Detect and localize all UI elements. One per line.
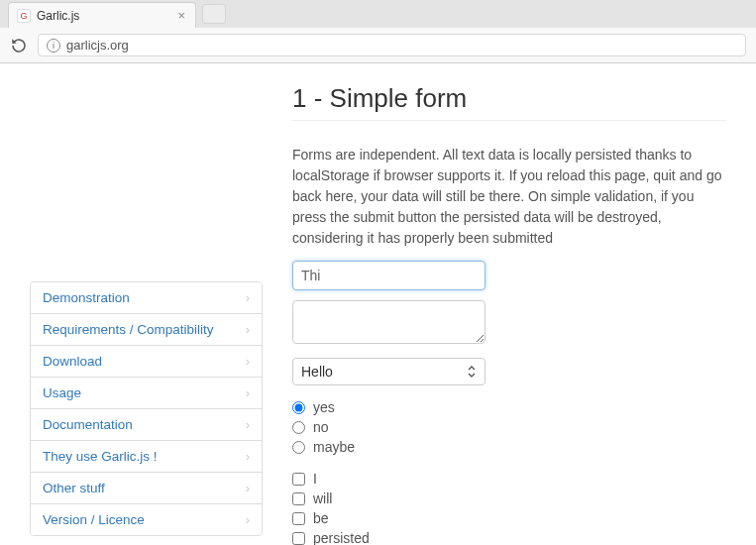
- sidebar-item-version-licence[interactable]: Version / Licence ›: [31, 504, 262, 535]
- sidebar-item-label: Demonstration: [43, 290, 130, 305]
- reload-icon[interactable]: [10, 37, 28, 54]
- sidebar-nav: Demonstration › Requirements / Compatibi…: [30, 281, 263, 536]
- sidebar-item-documentation[interactable]: Documentation ›: [31, 409, 262, 441]
- checkbox-row-i[interactable]: I: [292, 471, 726, 487]
- checkbox-row-will[interactable]: will: [292, 490, 726, 506]
- close-icon[interactable]: ×: [177, 9, 185, 22]
- chevron-right-icon: ›: [246, 417, 250, 432]
- checkbox-label: be: [313, 510, 329, 526]
- checkbox-row-be[interactable]: be: [292, 510, 726, 526]
- tab-bar: G Garlic.js ×: [0, 0, 756, 28]
- sidebar-item-label: Version / Licence: [43, 512, 145, 527]
- checkbox-i[interactable]: [292, 473, 305, 486]
- sidebar-item-other-stuff[interactable]: Other stuff ›: [31, 473, 262, 504]
- checkbox-label: will: [313, 490, 332, 506]
- radio-label: maybe: [313, 439, 355, 455]
- browser-chrome: G Garlic.js × i garlicjs.org: [0, 0, 756, 63]
- checkbox-label: persisted: [313, 530, 370, 545]
- main-content: 1 - Simple form Forms are independent. A…: [292, 83, 726, 545]
- chevron-right-icon: ›: [246, 512, 250, 527]
- chevron-right-icon: ›: [246, 385, 250, 400]
- message-textarea[interactable]: [292, 300, 486, 344]
- address-bar: i garlicjs.org: [0, 28, 756, 62]
- sidebar-item-requirements[interactable]: Requirements / Compatibility ›: [31, 314, 262, 346]
- chevron-right-icon: ›: [246, 290, 250, 305]
- url-text: garlicjs.org: [66, 38, 129, 53]
- browser-tab[interactable]: G Garlic.js ×: [8, 2, 196, 28]
- sidebar-item-download[interactable]: Download ›: [31, 346, 262, 378]
- checkbox-label: I: [313, 471, 317, 487]
- sidebar-item-label: Download: [43, 354, 102, 369]
- sidebar-item-label: Other stuff: [43, 481, 105, 495]
- page-content: Demonstration › Requirements / Compatibi…: [0, 63, 756, 545]
- radio-label: yes: [313, 399, 335, 415]
- radio-label: no: [313, 419, 329, 435]
- chevron-right-icon: ›: [246, 322, 250, 337]
- address-field[interactable]: i garlicjs.org: [38, 34, 746, 56]
- radio-row-maybe[interactable]: maybe: [292, 439, 726, 455]
- checkbox-will[interactable]: [292, 492, 305, 505]
- radio-maybe[interactable]: [292, 441, 305, 454]
- form-description: Forms are independent. All text data is …: [292, 145, 726, 249]
- sidebar-item-label: Documentation: [43, 417, 133, 432]
- radio-yes[interactable]: [292, 401, 305, 414]
- sidebar-item-label: Usage: [43, 385, 81, 400]
- sidebar-item-demonstration[interactable]: Demonstration ›: [31, 282, 262, 314]
- chevron-right-icon: ›: [246, 354, 250, 369]
- checkbox-persisted[interactable]: [292, 532, 305, 545]
- chevron-right-icon: ›: [246, 481, 250, 495]
- favicon-icon: G: [17, 9, 31, 23]
- radio-row-no[interactable]: no: [292, 419, 726, 435]
- greeting-select[interactable]: Hello: [292, 358, 486, 385]
- checkbox-row-persisted[interactable]: persisted: [292, 530, 726, 545]
- tab-title: Garlic.js: [37, 9, 79, 23]
- radio-no[interactable]: [292, 421, 305, 434]
- sidebar-item-label: They use Garlic.js !: [43, 449, 158, 464]
- new-tab-button[interactable]: [202, 4, 226, 24]
- sidebar-item-usage[interactable]: Usage ›: [31, 378, 262, 409]
- radio-row-yes[interactable]: yes: [292, 399, 726, 415]
- name-input[interactable]: [292, 261, 486, 290]
- sidebar-item-they-use[interactable]: They use Garlic.js ! ›: [31, 441, 262, 473]
- site-info-icon[interactable]: i: [47, 39, 60, 53]
- page-heading: 1 - Simple form: [292, 83, 726, 121]
- sidebar-item-label: Requirements / Compatibility: [43, 322, 214, 337]
- checkbox-be[interactable]: [292, 512, 305, 525]
- chevron-right-icon: ›: [246, 449, 250, 464]
